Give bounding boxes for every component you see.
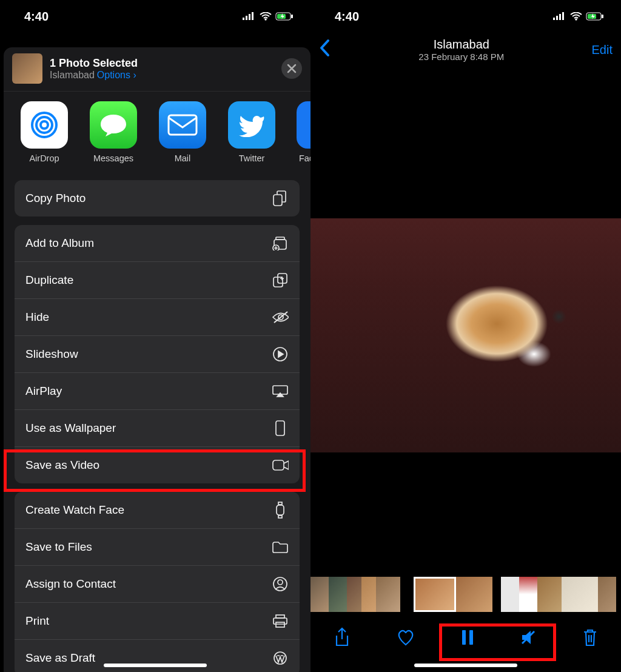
status-time: 4:40	[24, 10, 49, 24]
action-copy-photo[interactable]: Copy Photo	[15, 180, 300, 217]
nav-bar: Islamabad 23 February 8:48 PM Edit	[310, 33, 621, 67]
action-save-as-draft[interactable]: Save as Draft	[15, 640, 300, 672]
svg-point-8	[41, 121, 48, 129]
svg-point-4	[264, 18, 266, 20]
twitter-icon	[228, 101, 275, 149]
share-label: Fac	[299, 153, 310, 163]
action-create-watch-face[interactable]: Create Watch Face	[15, 492, 300, 529]
thumb-item[interactable]	[347, 577, 361, 612]
close-button[interactable]	[281, 58, 302, 79]
status-bar: 4:40	[310, 0, 621, 33]
thumb-item[interactable]	[562, 577, 598, 612]
action-duplicate[interactable]: Duplicate	[15, 262, 300, 299]
share-label: AirDrop	[29, 153, 59, 163]
svg-rect-41	[462, 630, 466, 645]
svg-rect-0	[243, 18, 244, 20]
options-link[interactable]: Options ›	[97, 70, 136, 80]
selection-subtitle: Islamabad	[50, 70, 95, 80]
thumb-item-selected[interactable]	[414, 577, 456, 612]
selection-title: 1 Photo Selected	[50, 57, 138, 70]
trash-icon	[582, 628, 598, 647]
pause-icon	[461, 629, 474, 646]
share-label: Twitter	[239, 153, 265, 163]
action-save-to-files[interactable]: Save to Files	[15, 529, 300, 566]
status-time: 4:40	[335, 10, 359, 24]
photo-viewer[interactable]	[310, 218, 621, 452]
action-print[interactable]: Print	[15, 603, 300, 640]
action-add-to-album[interactable]: Add to Album	[15, 225, 300, 262]
action-label: Hide	[25, 311, 49, 324]
thumb-item[interactable]	[456, 577, 492, 612]
nav-title: Islamabad	[418, 37, 504, 52]
nav-subtitle: 23 February 8:48 PM	[418, 52, 504, 62]
share-mail[interactable]: Mail	[159, 101, 206, 163]
share-label: Mail	[175, 153, 191, 163]
action-label: Save as Video	[25, 459, 99, 472]
action-airplay[interactable]: AirPlay	[15, 373, 300, 410]
home-indicator[interactable]	[104, 664, 207, 667]
delete-button[interactable]	[582, 628, 598, 647]
action-assign-to-contact[interactable]: Assign to Contact	[15, 566, 300, 603]
thumb-item[interactable]	[501, 577, 519, 612]
share-airdrop[interactable]: AirDrop	[21, 101, 68, 163]
svg-rect-14	[276, 237, 284, 240]
share-icon	[334, 627, 351, 648]
signal-icon	[553, 12, 566, 21]
action-label: Assign to Contact	[25, 577, 116, 591]
svg-rect-35	[559, 14, 561, 20]
thumb-item[interactable]	[329, 577, 347, 612]
action-label: Copy Photo	[25, 192, 86, 205]
favorite-button[interactable]	[396, 628, 415, 647]
share-button[interactable]	[334, 627, 351, 648]
thumbnail-strip[interactable]	[310, 577, 621, 612]
svg-rect-1	[246, 16, 247, 20]
thumb-item[interactable]	[310, 577, 329, 612]
svg-rect-31	[276, 622, 284, 627]
thumb-item[interactable]	[598, 577, 616, 612]
back-button[interactable]	[319, 37, 331, 62]
svg-rect-23	[273, 460, 284, 470]
svg-rect-22	[276, 421, 284, 435]
contact-icon	[272, 576, 289, 593]
chevron-left-icon	[319, 39, 331, 57]
share-sheet: 1 Photo Selected IslamabadOptions › AirD…	[4, 47, 310, 672]
status-icons	[553, 12, 604, 21]
video-icon	[272, 457, 289, 474]
pause-button[interactable]	[461, 629, 474, 646]
thumb-item[interactable]	[519, 577, 537, 612]
phone-icon	[272, 420, 289, 437]
action-group-main: Add to Album Duplicate Hide Slideshow Ai…	[15, 225, 300, 483]
thumb-item[interactable]	[361, 577, 376, 612]
svg-point-28	[278, 580, 283, 585]
action-use-as-wallpaper[interactable]: Use as Wallpaper	[15, 410, 300, 447]
action-label: Slideshow	[25, 348, 78, 361]
status-bar: 4:40	[0, 0, 310, 33]
action-label: Create Watch Face	[25, 503, 124, 517]
share-messages[interactable]: Messages	[90, 101, 137, 163]
mute-button[interactable]	[520, 629, 537, 646]
thumb-item[interactable]	[376, 577, 400, 612]
share-apps-row[interactable]: AirDrop Messages Mail Twitter	[4, 92, 310, 172]
status-icons	[243, 12, 294, 21]
wifi-icon	[260, 12, 272, 21]
svg-rect-34	[556, 16, 558, 20]
selection-thumbnail	[12, 53, 42, 84]
action-hide[interactable]: Hide	[15, 299, 300, 336]
phone-share-sheet: 4:40 1 Photo Selected IslamabadOptions ›…	[0, 0, 310, 672]
share-twitter[interactable]: Twitter	[228, 101, 275, 163]
home-indicator[interactable]	[414, 664, 517, 667]
bottom-toolbar	[310, 616, 621, 659]
folder-icon	[272, 539, 289, 556]
action-slideshow[interactable]: Slideshow	[15, 336, 300, 373]
wifi-icon	[570, 12, 582, 21]
svg-rect-39	[602, 15, 603, 18]
action-save-as-video[interactable]: Save as Video	[15, 447, 300, 483]
share-facebook[interactable]: Fac	[297, 101, 310, 163]
svg-rect-3	[252, 12, 253, 20]
messages-icon	[90, 101, 137, 149]
thumb-item[interactable]	[537, 577, 562, 612]
nav-title-block: Islamabad 23 February 8:48 PM	[418, 37, 504, 62]
svg-point-37	[575, 18, 577, 20]
edit-button[interactable]: Edit	[592, 43, 613, 57]
action-label: AirPlay	[25, 385, 62, 398]
